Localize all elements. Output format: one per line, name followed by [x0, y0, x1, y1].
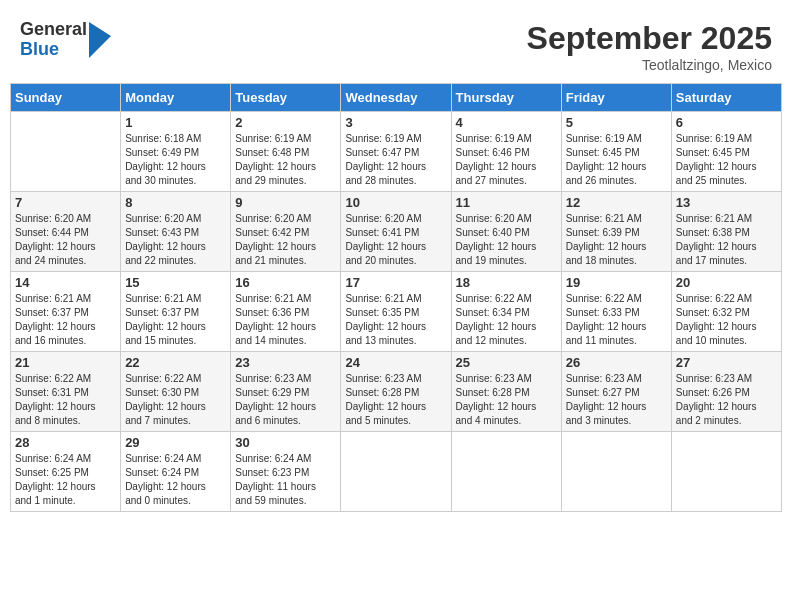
day-info: Sunrise: 6:22 AM Sunset: 6:34 PM Dayligh… [456, 292, 557, 348]
calendar-cell: 27Sunrise: 6:23 AM Sunset: 6:26 PM Dayli… [671, 352, 781, 432]
day-info: Sunrise: 6:20 AM Sunset: 6:40 PM Dayligh… [456, 212, 557, 268]
day-info: Sunrise: 6:22 AM Sunset: 6:31 PM Dayligh… [15, 372, 116, 428]
day-number: 27 [676, 355, 777, 370]
day-info: Sunrise: 6:21 AM Sunset: 6:35 PM Dayligh… [345, 292, 446, 348]
calendar-header-row: SundayMondayTuesdayWednesdayThursdayFrid… [11, 84, 782, 112]
day-header-tuesday: Tuesday [231, 84, 341, 112]
calendar-cell: 16Sunrise: 6:21 AM Sunset: 6:36 PM Dayli… [231, 272, 341, 352]
day-number: 23 [235, 355, 336, 370]
calendar-cell: 9Sunrise: 6:20 AM Sunset: 6:42 PM Daylig… [231, 192, 341, 272]
day-info: Sunrise: 6:23 AM Sunset: 6:29 PM Dayligh… [235, 372, 336, 428]
calendar-cell: 29Sunrise: 6:24 AM Sunset: 6:24 PM Dayli… [121, 432, 231, 512]
calendar-cell: 6Sunrise: 6:19 AM Sunset: 6:45 PM Daylig… [671, 112, 781, 192]
day-number: 18 [456, 275, 557, 290]
day-number: 11 [456, 195, 557, 210]
day-info: Sunrise: 6:20 AM Sunset: 6:44 PM Dayligh… [15, 212, 116, 268]
day-number: 13 [676, 195, 777, 210]
calendar-cell [561, 432, 671, 512]
calendar-cell [341, 432, 451, 512]
calendar-cell: 8Sunrise: 6:20 AM Sunset: 6:43 PM Daylig… [121, 192, 231, 272]
day-info: Sunrise: 6:23 AM Sunset: 6:28 PM Dayligh… [456, 372, 557, 428]
calendar-cell: 13Sunrise: 6:21 AM Sunset: 6:38 PM Dayli… [671, 192, 781, 272]
title-section: September 2025 Teotlaltzingo, Mexico [527, 20, 772, 73]
calendar-week-4: 21Sunrise: 6:22 AM Sunset: 6:31 PM Dayli… [11, 352, 782, 432]
day-number: 10 [345, 195, 446, 210]
day-number: 21 [15, 355, 116, 370]
day-info: Sunrise: 6:19 AM Sunset: 6:47 PM Dayligh… [345, 132, 446, 188]
day-info: Sunrise: 6:19 AM Sunset: 6:45 PM Dayligh… [566, 132, 667, 188]
day-number: 24 [345, 355, 446, 370]
calendar-cell [11, 112, 121, 192]
logo-icon [89, 22, 111, 58]
day-number: 7 [15, 195, 116, 210]
day-info: Sunrise: 6:22 AM Sunset: 6:30 PM Dayligh… [125, 372, 226, 428]
day-number: 14 [15, 275, 116, 290]
day-header-saturday: Saturday [671, 84, 781, 112]
day-number: 9 [235, 195, 336, 210]
calendar-cell: 11Sunrise: 6:20 AM Sunset: 6:40 PM Dayli… [451, 192, 561, 272]
calendar-table: SundayMondayTuesdayWednesdayThursdayFrid… [10, 83, 782, 512]
day-info: Sunrise: 6:21 AM Sunset: 6:38 PM Dayligh… [676, 212, 777, 268]
day-info: Sunrise: 6:22 AM Sunset: 6:33 PM Dayligh… [566, 292, 667, 348]
calendar-cell: 12Sunrise: 6:21 AM Sunset: 6:39 PM Dayli… [561, 192, 671, 272]
day-info: Sunrise: 6:20 AM Sunset: 6:41 PM Dayligh… [345, 212, 446, 268]
day-info: Sunrise: 6:23 AM Sunset: 6:26 PM Dayligh… [676, 372, 777, 428]
day-number: 28 [15, 435, 116, 450]
calendar-cell: 17Sunrise: 6:21 AM Sunset: 6:35 PM Dayli… [341, 272, 451, 352]
calendar-cell: 14Sunrise: 6:21 AM Sunset: 6:37 PM Dayli… [11, 272, 121, 352]
calendar-cell: 2Sunrise: 6:19 AM Sunset: 6:48 PM Daylig… [231, 112, 341, 192]
calendar-cell: 26Sunrise: 6:23 AM Sunset: 6:27 PM Dayli… [561, 352, 671, 432]
calendar-cell: 7Sunrise: 6:20 AM Sunset: 6:44 PM Daylig… [11, 192, 121, 272]
calendar-cell: 4Sunrise: 6:19 AM Sunset: 6:46 PM Daylig… [451, 112, 561, 192]
day-number: 19 [566, 275, 667, 290]
day-info: Sunrise: 6:18 AM Sunset: 6:49 PM Dayligh… [125, 132, 226, 188]
calendar-cell: 20Sunrise: 6:22 AM Sunset: 6:32 PM Dayli… [671, 272, 781, 352]
day-info: Sunrise: 6:19 AM Sunset: 6:46 PM Dayligh… [456, 132, 557, 188]
day-number: 4 [456, 115, 557, 130]
day-header-friday: Friday [561, 84, 671, 112]
calendar-cell: 1Sunrise: 6:18 AM Sunset: 6:49 PM Daylig… [121, 112, 231, 192]
day-number: 2 [235, 115, 336, 130]
day-info: Sunrise: 6:23 AM Sunset: 6:28 PM Dayligh… [345, 372, 446, 428]
day-number: 12 [566, 195, 667, 210]
day-info: Sunrise: 6:19 AM Sunset: 6:48 PM Dayligh… [235, 132, 336, 188]
svg-marker-0 [89, 22, 111, 58]
calendar-cell [451, 432, 561, 512]
calendar-cell: 28Sunrise: 6:24 AM Sunset: 6:25 PM Dayli… [11, 432, 121, 512]
day-info: Sunrise: 6:21 AM Sunset: 6:39 PM Dayligh… [566, 212, 667, 268]
calendar-cell: 15Sunrise: 6:21 AM Sunset: 6:37 PM Dayli… [121, 272, 231, 352]
calendar-cell: 23Sunrise: 6:23 AM Sunset: 6:29 PM Dayli… [231, 352, 341, 432]
day-info: Sunrise: 6:24 AM Sunset: 6:24 PM Dayligh… [125, 452, 226, 508]
day-info: Sunrise: 6:20 AM Sunset: 6:43 PM Dayligh… [125, 212, 226, 268]
day-number: 1 [125, 115, 226, 130]
logo: General Blue [20, 20, 111, 60]
day-number: 25 [456, 355, 557, 370]
day-info: Sunrise: 6:23 AM Sunset: 6:27 PM Dayligh… [566, 372, 667, 428]
day-number: 26 [566, 355, 667, 370]
calendar-cell: 30Sunrise: 6:24 AM Sunset: 6:23 PM Dayli… [231, 432, 341, 512]
calendar-cell: 21Sunrise: 6:22 AM Sunset: 6:31 PM Dayli… [11, 352, 121, 432]
month-title: September 2025 [527, 20, 772, 57]
day-info: Sunrise: 6:22 AM Sunset: 6:32 PM Dayligh… [676, 292, 777, 348]
day-header-sunday: Sunday [11, 84, 121, 112]
day-number: 5 [566, 115, 667, 130]
day-header-wednesday: Wednesday [341, 84, 451, 112]
logo-general: General [20, 20, 87, 40]
day-number: 16 [235, 275, 336, 290]
day-number: 6 [676, 115, 777, 130]
location-subtitle: Teotlaltzingo, Mexico [527, 57, 772, 73]
calendar-week-5: 28Sunrise: 6:24 AM Sunset: 6:25 PM Dayli… [11, 432, 782, 512]
calendar-week-3: 14Sunrise: 6:21 AM Sunset: 6:37 PM Dayli… [11, 272, 782, 352]
calendar-cell: 10Sunrise: 6:20 AM Sunset: 6:41 PM Dayli… [341, 192, 451, 272]
day-header-monday: Monday [121, 84, 231, 112]
day-number: 22 [125, 355, 226, 370]
calendar-week-2: 7Sunrise: 6:20 AM Sunset: 6:44 PM Daylig… [11, 192, 782, 272]
calendar-cell [671, 432, 781, 512]
logo-blue: Blue [20, 40, 87, 60]
calendar-cell: 3Sunrise: 6:19 AM Sunset: 6:47 PM Daylig… [341, 112, 451, 192]
calendar-cell: 22Sunrise: 6:22 AM Sunset: 6:30 PM Dayli… [121, 352, 231, 432]
day-number: 8 [125, 195, 226, 210]
calendar-cell: 24Sunrise: 6:23 AM Sunset: 6:28 PM Dayli… [341, 352, 451, 432]
calendar-cell: 25Sunrise: 6:23 AM Sunset: 6:28 PM Dayli… [451, 352, 561, 432]
day-info: Sunrise: 6:19 AM Sunset: 6:45 PM Dayligh… [676, 132, 777, 188]
